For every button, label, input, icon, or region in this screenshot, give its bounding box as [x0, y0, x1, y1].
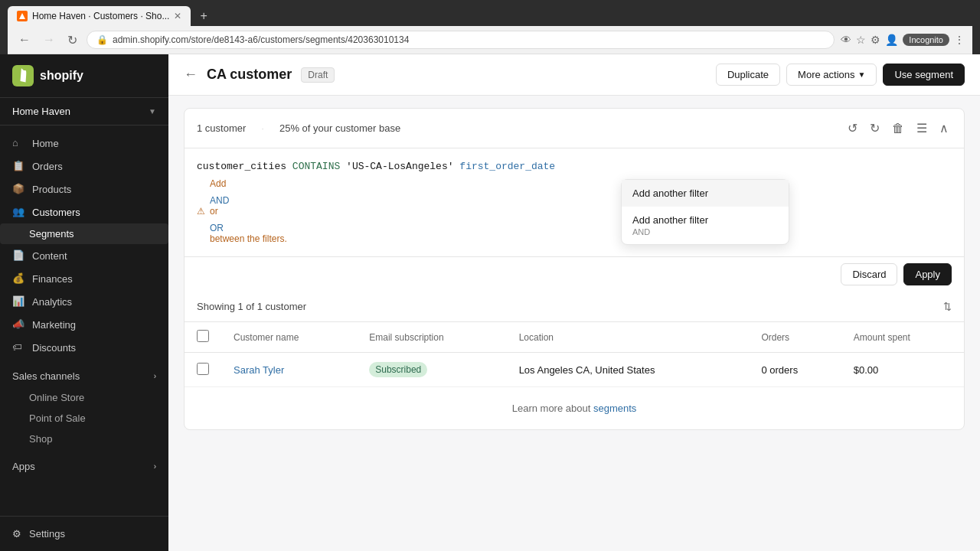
filter-warning: ⚠ Add AND or OR between the filters.	[197, 178, 952, 244]
refresh-icon[interactable]: ↺	[844, 118, 861, 139]
sidebar-item-finances[interactable]: 💰 Finances	[0, 267, 168, 290]
products-icon: 📦	[12, 183, 24, 195]
segment-editor: customer_cities CONTAINS 'US-CA-LosAngel…	[185, 148, 964, 257]
discard-button[interactable]: Discard	[841, 263, 897, 285]
sidebar-item-shop[interactable]: Shop	[0, 429, 168, 449]
sidebar-item-settings[interactable]: ⚙ Settings	[0, 523, 168, 545]
sidebar-item-label: Home	[32, 138, 59, 149]
segments-link[interactable]: segments	[593, 403, 636, 414]
store-name: Home Haven	[12, 106, 70, 117]
learn-more: Learn more about segments	[185, 387, 964, 429]
row-checkbox[interactable]	[197, 363, 209, 375]
sidebar-item-label: Analytics	[32, 296, 72, 308]
back-nav-btn[interactable]: ←	[15, 31, 34, 48]
sidebar-item-home[interactable]: ⌂ Home	[0, 132, 168, 155]
segment-actions: ↺ ↻ 🗑 ☰ ∧	[844, 118, 952, 139]
analytics-icon: 📊	[12, 295, 24, 308]
sidebar-item-discounts[interactable]: 🏷 Discounts	[0, 336, 168, 359]
sidebar-item-customers[interactable]: 👥 Customers	[0, 201, 168, 223]
tab-title: Home Haven · Customers · Sho...	[32, 11, 169, 21]
settings-label: Settings	[29, 528, 65, 540]
sidebar-item-orders[interactable]: 📋 Orders	[0, 155, 168, 178]
apps-label: Apps	[12, 461, 35, 472]
dropdown-menu: Add another filter Add another filter AN…	[621, 179, 789, 245]
sidebar-item-label: Finances	[32, 273, 73, 285]
row-amount: $0.00	[841, 353, 964, 387]
home-icon: ⌂	[12, 137, 24, 149]
dropdown-item-0[interactable]: Add another filter	[622, 180, 789, 207]
code-key: customer_cities	[197, 161, 286, 172]
warning-icon: ⚠	[197, 206, 205, 217]
url-text: admin.shopify.com/store/de8143-a6/custom…	[113, 34, 409, 45]
content-icon: 📄	[12, 249, 24, 262]
dropdown-item-label: Add another filter	[632, 187, 778, 199]
collapse-icon[interactable]: ∧	[936, 118, 952, 139]
row-email-subscription: Subscribed	[357, 353, 506, 387]
back-button[interactable]: ←	[184, 67, 198, 83]
active-tab[interactable]: Home Haven · Customers · Sho... ✕	[8, 6, 191, 26]
select-all-checkbox[interactable]	[197, 330, 209, 342]
sidebar-item-analytics[interactable]: 📊 Analytics	[0, 290, 168, 313]
dropdown-item-1[interactable]: Add another filter AND	[622, 207, 789, 244]
delete-icon[interactable]: 🗑	[889, 119, 907, 139]
code-operator: CONTAINS	[292, 161, 340, 172]
subscribed-badge: Subscribed	[369, 362, 427, 377]
star-icon[interactable]: ☆	[856, 34, 866, 46]
sidebar-item-online-store[interactable]: Online Store	[0, 387, 168, 408]
chevron-right-icon: ›	[154, 462, 156, 471]
sidebar-item-label: Customers	[32, 207, 80, 218]
or-link[interactable]: OR	[210, 223, 287, 233]
browser-chrome: Home Haven · Customers · Sho... ✕ + ← → …	[0, 0, 980, 54]
sidebar-section-sales-channels[interactable]: Sales channels ›	[0, 365, 168, 387]
sidebar-item-label: Products	[32, 184, 71, 195]
sidebar-item-label: Orders	[32, 161, 63, 172]
more-actions-button[interactable]: More actions ▼	[786, 64, 877, 86]
header-actions: Duplicate More actions ▼ Use segment	[716, 64, 965, 86]
segment-code[interactable]: customer_cities CONTAINS 'US-CA-LosAngel…	[197, 161, 952, 172]
draft-badge: Draft	[301, 67, 335, 83]
learn-more-prefix: Learn more about	[512, 403, 593, 414]
customer-base-pct: 25% of your customer base	[279, 122, 400, 134]
sidebar-item-point-of-sale[interactable]: Point of Sale	[0, 408, 168, 429]
sidebar-item-content[interactable]: 📄 Content	[0, 244, 168, 267]
tab-favicon	[17, 11, 28, 21]
segment-stats: 1 customer · 25% of your customer base ↺…	[185, 109, 964, 148]
row-customer-name: Sarah Tyler	[221, 353, 357, 387]
use-segment-button[interactable]: Use segment	[883, 64, 965, 86]
customers-icon: 👥	[12, 206, 24, 218]
forward-nav-btn[interactable]: →	[40, 31, 58, 48]
eye-slash-icon[interactable]: 👁	[841, 34, 851, 46]
address-bar[interactable]: 🔒 admin.shopify.com/store/de8143-a6/cust…	[87, 31, 835, 49]
sidebar-nav: ⌂ Home 📋 Orders 📦 Products 👥 Customers S…	[0, 126, 168, 516]
sidebar-item-segments[interactable]: Segments	[0, 223, 168, 244]
select-all-header	[185, 322, 221, 353]
col-email-subscription: Email subscription	[357, 322, 506, 353]
and-link[interactable]: AND	[210, 195, 287, 206]
sync-icon[interactable]: ↻	[867, 118, 883, 139]
apply-button[interactable]: Apply	[903, 263, 952, 285]
customer-count: 1 customer	[197, 122, 246, 134]
customer-name-link[interactable]: Sarah Tyler	[234, 364, 284, 376]
filter-icon[interactable]: ☰	[913, 118, 930, 139]
tab-close-btn[interactable]: ✕	[174, 11, 181, 21]
segment-container: 1 customer · 25% of your customer base ↺…	[168, 96, 980, 442]
code-link[interactable]: first_order_date	[459, 161, 555, 172]
lock-icon: 🔒	[96, 34, 108, 45]
table-header-row: Customer name Email subscription Locatio…	[185, 322, 964, 353]
col-location: Location	[507, 322, 750, 353]
sales-channels-label: Sales channels	[12, 370, 80, 382]
warning-text: Add AND or OR between the filters.	[210, 178, 287, 244]
reload-btn[interactable]: ↻	[64, 31, 80, 49]
chevron-down-icon: ▼	[858, 70, 866, 79]
new-tab-btn[interactable]: +	[194, 6, 213, 26]
sidebar-item-marketing[interactable]: 📣 Marketing	[0, 313, 168, 336]
profile-icon[interactable]: 👤	[885, 34, 898, 46]
duplicate-button[interactable]: Duplicate	[716, 64, 780, 86]
menu-icon[interactable]: ⋮	[954, 34, 965, 46]
app-layout: shopify Home Haven ▼ ⌂ Home 📋 Orders 📦 P…	[0, 54, 980, 551]
extensions-icon[interactable]: ⚙	[871, 34, 880, 46]
sidebar-item-products[interactable]: 📦 Products	[0, 178, 168, 201]
sidebar-store[interactable]: Home Haven ▼	[0, 98, 168, 126]
sidebar-section-apps[interactable]: Apps ›	[0, 455, 168, 478]
sort-button[interactable]: ⇅	[943, 301, 952, 312]
